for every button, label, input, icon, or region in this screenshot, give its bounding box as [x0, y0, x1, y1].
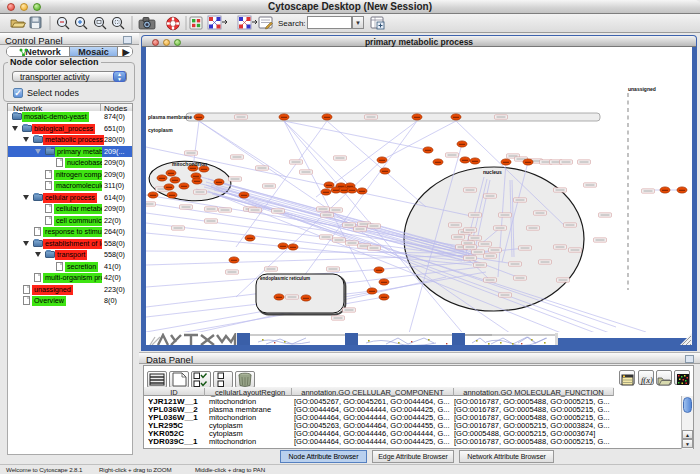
- svg-text:plasma membrane: plasma membrane: [148, 114, 192, 120]
- svg-text:f(x): f(x): [641, 375, 653, 385]
- svg-text:cytoplasm: cytoplasm: [148, 127, 173, 133]
- svg-text:unassigned: unassigned: [628, 86, 656, 92]
- svg-text:mitochondrion: mitochondrion: [172, 161, 207, 167]
- svg-text:nucleus: nucleus: [483, 169, 502, 175]
- svg-text:endoplasmic reticulum: endoplasmic reticulum: [260, 276, 310, 281]
